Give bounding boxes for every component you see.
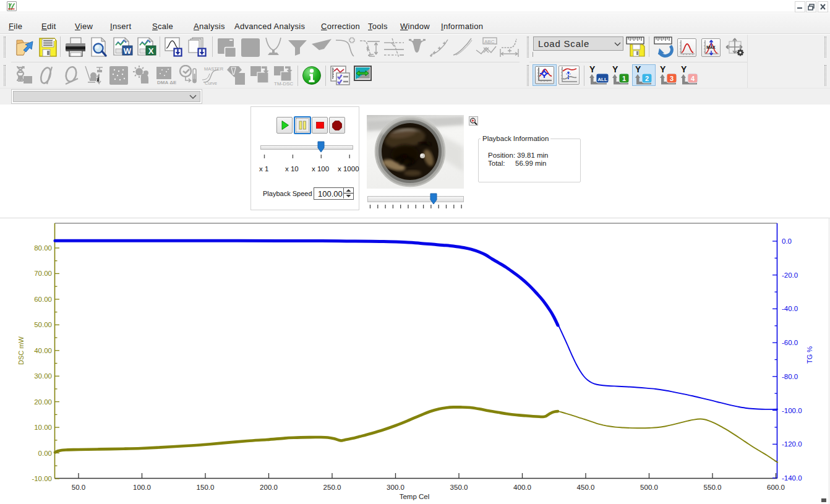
svg-text:400.0: 400.0 bbox=[513, 484, 531, 491]
svg-text:Y: Y bbox=[612, 66, 618, 74]
svg-text:-20.0: -20.0 bbox=[782, 271, 798, 279]
svg-text:MAX: MAX bbox=[706, 45, 716, 49]
svg-text:-100.0: -100.0 bbox=[782, 407, 802, 414]
svg-text:4: 4 bbox=[691, 75, 695, 82]
svg-text:Y: Y bbox=[635, 66, 641, 74]
svg-text:250.0: 250.0 bbox=[323, 484, 341, 491]
svg-text:ABC_: ABC_ bbox=[484, 39, 497, 45]
svg-text:Y: Y bbox=[660, 66, 666, 74]
svg-text:Temp Cel: Temp Cel bbox=[400, 493, 430, 500]
svg-text:60.00: 60.00 bbox=[34, 296, 52, 303]
svg-text:W: W bbox=[124, 46, 132, 56]
svg-text:20.00: 20.00 bbox=[34, 398, 52, 406]
svg-text:10.00: 10.00 bbox=[34, 424, 52, 431]
svg-text:Y: Y bbox=[589, 66, 596, 74]
svg-text:500.0: 500.0 bbox=[640, 484, 658, 491]
svg-text:-60.0: -60.0 bbox=[782, 339, 798, 346]
svg-text:30.00: 30.00 bbox=[34, 372, 52, 380]
svg-text:50.0: 50.0 bbox=[72, 484, 85, 491]
svg-text:X: X bbox=[148, 46, 154, 56]
svg-text:-10.00: -10.00 bbox=[32, 475, 52, 482]
svg-text:DSC mW: DSC mW bbox=[17, 336, 25, 365]
svg-text:0.0: 0.0 bbox=[782, 237, 792, 245]
svg-text:600.0: 600.0 bbox=[767, 484, 785, 491]
svg-text:3: 3 bbox=[670, 75, 674, 82]
svg-text:Y: Y bbox=[681, 66, 687, 74]
svg-text:40.00: 40.00 bbox=[34, 347, 52, 354]
svg-text:TM-DSC: TM-DSC bbox=[274, 81, 293, 86]
svg-text:Curve: Curve bbox=[205, 80, 217, 86]
svg-text:2: 2 bbox=[645, 75, 649, 82]
svg-text:550.0: 550.0 bbox=[704, 484, 722, 491]
svg-text:350.0: 350.0 bbox=[450, 484, 468, 491]
svg-text:200.0: 200.0 bbox=[260, 484, 278, 491]
svg-text:300.0: 300.0 bbox=[387, 484, 404, 491]
svg-text:1: 1 bbox=[622, 75, 626, 82]
svg-text:ALL: ALL bbox=[597, 77, 607, 82]
svg-text:-80.0: -80.0 bbox=[782, 373, 798, 380]
svg-text:150.0: 150.0 bbox=[197, 484, 215, 491]
svg-text:-120.0: -120.0 bbox=[782, 440, 802, 448]
svg-text:-140.0: -140.0 bbox=[782, 474, 802, 482]
svg-text:100.0: 100.0 bbox=[133, 484, 151, 491]
svg-text:450.0: 450.0 bbox=[577, 484, 595, 491]
svg-text:-40.0: -40.0 bbox=[782, 305, 798, 312]
svg-text:50.00: 50.00 bbox=[34, 321, 52, 328]
svg-text:70.00: 70.00 bbox=[34, 270, 52, 277]
svg-text:DMA ΔE: DMA ΔE bbox=[157, 80, 176, 85]
svg-text:TG %: TG % bbox=[806, 346, 813, 364]
svg-text:80.00: 80.00 bbox=[34, 244, 52, 252]
svg-text:0.00: 0.00 bbox=[38, 450, 52, 457]
